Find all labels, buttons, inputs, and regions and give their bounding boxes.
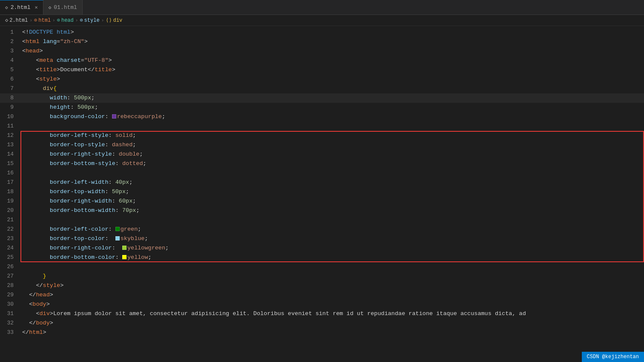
breadcrumb-file[interactable]: ◇ 2.html <box>5 17 28 23</box>
tab-icon-2html: ◇ <box>5 5 8 10</box>
tab-bar: ◇ 2.html ✕ ◇ 01.html <box>0 0 644 15</box>
code-line-3: 3 <head> <box>0 46 644 56</box>
code-line-33: 33 </html> <box>0 328 644 337</box>
breadcrumb-div[interactable]: ⟨⟩ div <box>106 17 122 23</box>
style-icon: ⊙ <box>80 17 83 23</box>
code-line-9: 9 height: 500px; <box>0 103 644 112</box>
code-line-22: 22 border-left-color: green; <box>0 225 644 234</box>
code-line-11: 11 <box>0 122 644 131</box>
head-icon: ⊙ <box>57 17 60 23</box>
code-line-13: 13 border-top-style: dashed; <box>0 140 644 150</box>
code-line-28: 28 </style> <box>0 281 644 290</box>
breadcrumb-html[interactable]: ⊙ html <box>34 17 51 23</box>
code-line-26: 26 <box>0 262 644 272</box>
code-line-6: 6 <style> <box>0 75 644 84</box>
code-line-2: 2 <html lang="zh-CN"> <box>0 37 644 46</box>
file-icon: ◇ <box>5 17 8 23</box>
color-swatch-skyblue <box>115 236 120 240</box>
code-line-1: 1 <!DOCTYPE html> <box>0 28 644 37</box>
color-swatch-yellow <box>122 255 126 259</box>
status-bar: CSDN @kejizhentan <box>582 352 644 362</box>
code-line-15: 15 border-bottom-style: dotted; <box>0 159 644 168</box>
status-bar-text: CSDN @kejizhentan <box>587 354 639 360</box>
color-swatch-green <box>115 227 120 231</box>
code-line-25: 25 border-bottom-color: yellow; <box>0 253 644 262</box>
code-line-7: 7 div{ <box>0 84 644 93</box>
div-icon: ⟨⟩ <box>106 17 112 23</box>
breadcrumb-div-label: div <box>113 17 123 23</box>
html-icon: ⊙ <box>34 17 37 23</box>
breadcrumb-style-label: style <box>84 17 100 23</box>
breadcrumb-head[interactable]: ⊙ head <box>57 17 74 23</box>
tab-01html[interactable]: ◇ 01.html <box>43 0 83 14</box>
breadcrumb-head-label: head <box>61 17 74 23</box>
code-line-27: 27 } <box>0 272 644 281</box>
breadcrumb-html-label: html <box>38 17 51 23</box>
code-line-19: 19 border-right-width: 60px; <box>0 197 644 206</box>
code-line-18: 18 border-top-width: 50px; <box>0 187 644 197</box>
tab-icon-01html: ◇ <box>49 5 52 10</box>
code-line-12: 12 border-left-style: solid; <box>0 131 644 140</box>
code-line-5: 5 <title>Document</title> <box>0 65 644 75</box>
code-line-23: 23 border-top-color: skyblue; <box>0 234 644 243</box>
code-line-4: 4 <meta charset="UTF-8"> <box>0 56 644 65</box>
code-line-8: 8 width: 500px; <box>0 93 644 103</box>
code-line-21: 21 <box>0 215 644 225</box>
breadcrumb: ◇ 2.html › ⊙ html › ⊙ head › ⊙ style › ⟨… <box>0 15 644 26</box>
code-line-10: 10 background-color: rebeccapurple; <box>0 112 644 122</box>
breadcrumb-file-label: 2.html <box>9 17 28 23</box>
color-swatch-rebeccapurple <box>112 114 116 119</box>
code-line-24: 24 border-right-color: yellowgreen; <box>0 243 644 253</box>
code-line-16: 16 <box>0 168 644 178</box>
code-line-20: 20 border-bottom-width: 70px; <box>0 206 644 215</box>
red-selection-area: 12 border-left-style: solid; 13 border-t… <box>0 131 644 262</box>
breadcrumb-style[interactable]: ⊙ style <box>80 17 99 23</box>
code-line-14: 14 border-right-style: double; <box>0 150 644 159</box>
tab-label-2html: 2.html <box>11 4 31 11</box>
code-line-31: 31 <div>Lorem ipsum dolor sit amet, cons… <box>0 309 644 319</box>
code-line-30: 30 <body> <box>0 300 644 309</box>
tab-label-01html: 01.html <box>54 4 77 11</box>
tab-2html[interactable]: ◇ 2.html ✕ <box>0 0 43 14</box>
code-line-32: 32 </body> <box>0 319 644 328</box>
code-line-29: 29 </head> <box>0 290 644 300</box>
code-editor[interactable]: 1 <!DOCTYPE html> 2 <html lang="zh-CN"> … <box>0 26 644 352</box>
tab-close-2html[interactable]: ✕ <box>34 4 37 11</box>
color-swatch-yellowgreen <box>122 246 126 250</box>
code-line-17: 17 border-left-width: 40px; <box>0 178 644 187</box>
